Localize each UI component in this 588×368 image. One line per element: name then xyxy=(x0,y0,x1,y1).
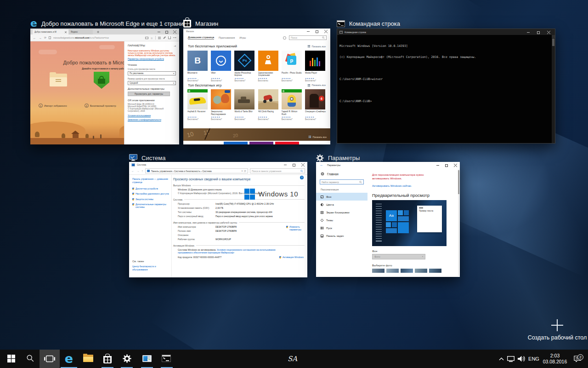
change-settings-link: Изменить параметры xyxy=(286,225,305,231)
sidebar-home-link: Панель управления — домашняя страница xyxy=(132,178,170,184)
edge-window-thumbnail[interactable]: Добро пожаловать в М Яндекс ← → ⟳ micros… xyxy=(30,29,179,144)
product-key: Код продукта: 00327-60000-00000-AA877 xyxy=(178,256,221,259)
forward-icon: → xyxy=(39,36,42,40)
help-icon: ? xyxy=(300,176,304,179)
web-note-icon xyxy=(163,36,165,39)
cmd-window-icon xyxy=(339,31,343,34)
taskbar-system-button[interactable] xyxy=(138,350,156,367)
task-view-button[interactable] xyxy=(40,350,60,368)
scrollbar-thumb xyxy=(458,170,459,194)
close-icon xyxy=(301,163,305,167)
tray-volume-button[interactable] xyxy=(516,350,526,368)
font-size-dropdown: Средний▾ xyxy=(128,81,176,85)
back-icon: ← xyxy=(33,36,36,40)
tray-clock-button[interactable]: 2:03 03.08.2016 xyxy=(541,350,569,368)
window-title: Командная строка xyxy=(345,31,366,34)
divider xyxy=(155,36,156,40)
game-tile-asphalt8: Asphalt 8: На взлет★★★★★Бесплатно* xyxy=(187,89,209,121)
clock-date: 03.08.2016 xyxy=(543,359,567,365)
tray-chevron-button[interactable] xyxy=(497,350,505,368)
system-sidebar: Панель управления — домашняя страница Ди… xyxy=(129,175,171,277)
system-icon xyxy=(142,355,152,362)
taskview-label-store[interactable]: Магазин xyxy=(183,18,218,29)
window-title: Магазин xyxy=(186,30,194,33)
more-icon xyxy=(173,37,176,38)
taskbar-edge-button[interactable]: e xyxy=(60,350,78,367)
system-window-icon xyxy=(131,163,135,167)
preview-menu-strip xyxy=(376,204,382,242)
sidebar-item-themes: Темы xyxy=(316,216,368,224)
system-window-thumbnail[interactable]: Система ← → ↑ Панель управления › Систем… xyxy=(129,162,307,277)
name-row: Имя компьютера:DESKTOP-2783BP8 xyxy=(178,225,305,228)
sidebar-item-device-manager: Диспетчер устройств xyxy=(132,187,170,190)
cmd-window-thumbnail[interactable]: Командная строка Microsoft Windows [Vers… xyxy=(337,29,555,144)
watermark: SA xyxy=(288,355,297,363)
settings-window-thumbnail[interactable]: ← Параметры Главная Найти параметр Персо… xyxy=(316,162,460,277)
taskbar-explorer-button[interactable] xyxy=(79,350,97,367)
taskbar-cmd-button[interactable] xyxy=(157,350,175,367)
view-advanced-button: Просмотреть доп. параметры xyxy=(128,92,170,96)
minimize-icon xyxy=(284,165,287,165)
banner-number: 10 xyxy=(186,130,194,138)
minimize-icon xyxy=(307,31,310,32)
minimize-icon xyxy=(436,165,439,166)
person xyxy=(93,136,94,139)
preview-heading: Предварительный просмотр xyxy=(372,193,454,198)
taskbar-search-button[interactable] xyxy=(21,350,40,367)
language-label: ENG xyxy=(528,356,539,362)
taskbar-settings-button[interactable] xyxy=(118,350,136,367)
soldier-art xyxy=(310,94,319,108)
edge-icon: e xyxy=(30,18,37,29)
uac-shield-icon xyxy=(132,188,134,190)
uac-shield-icon xyxy=(286,226,288,228)
windows-logo-icon xyxy=(7,355,15,362)
system-toolbar: ← → ↑ Панель управления › Система и безо… xyxy=(129,167,307,175)
show-all-apps-link: Показать все xyxy=(308,45,326,48)
store-window-thumbnail[interactable]: Магазин Домашняя страница Приложения Игр… xyxy=(183,29,330,144)
preview-tile xyxy=(386,228,397,233)
photo-thumb xyxy=(386,269,399,273)
action-center-button[interactable]: 2 xyxy=(571,350,583,368)
see-also-heading: См. также xyxy=(132,260,144,263)
url-text: microsoftedgewelcome.microsoft.com/ru-ru… xyxy=(53,37,143,39)
window-title: Параметры xyxy=(327,164,340,167)
taskview-label-settings[interactable]: Параметры xyxy=(316,153,360,163)
start-button[interactable] xyxy=(2,350,20,367)
shield-illustration xyxy=(94,72,109,89)
privacy-link: Заявление о конфиденциальности xyxy=(128,119,176,121)
control-panel-search: Поиск в панели управления xyxy=(250,168,305,173)
minimize-icon xyxy=(527,32,530,33)
taskview-label-cmd[interactable]: Командная строка xyxy=(337,18,400,29)
taskbar: e xyxy=(0,350,588,368)
taskbar-store-button[interactable] xyxy=(98,350,117,367)
banner-number: 20 xyxy=(232,132,238,138)
edge-tab-yandex: Яндекс xyxy=(69,29,93,34)
nav-apps: Приложения xyxy=(219,36,235,39)
spec-row: Установленная память (ОЗУ):2,00 ГБ xyxy=(178,207,305,209)
taskview-label-system[interactable]: Система xyxy=(129,153,165,163)
sidebar-item-system-protection: Защита системы xyxy=(132,198,170,201)
network-icon xyxy=(507,356,514,362)
taskview-label-edge[interactable]: e Добро пожаловать в Microsoft Edge и ещ… xyxy=(30,18,192,29)
cmd-icon xyxy=(337,20,345,27)
house xyxy=(73,134,79,138)
create-desktop-button[interactable]: Создать рабочий стол xyxy=(526,319,588,341)
add-desktop-icon xyxy=(551,319,563,331)
colors-icon xyxy=(321,203,323,206)
refresh-icon: ⟳ xyxy=(44,36,46,39)
maximize-icon xyxy=(316,30,318,33)
store-icon xyxy=(183,20,191,28)
sidebar-item-remote-access: Настройка удаленного доступа xyxy=(132,192,170,195)
sidebar-item-lock-screen: Экран блокировки xyxy=(316,208,368,216)
tray-network-button[interactable] xyxy=(506,350,515,368)
photo-thumb xyxy=(401,269,413,273)
preview-tile xyxy=(392,222,397,227)
window-title: Система xyxy=(137,163,146,166)
control-panel-icon xyxy=(147,170,150,172)
maximize-icon xyxy=(293,164,295,167)
game-tile-hill-climb: Hill Climb Racing★★★★★Бесплатно* xyxy=(258,89,279,121)
favorite-star-icon: ☆ xyxy=(151,36,153,40)
book-icon xyxy=(49,36,51,39)
activation-warning: Для персонализации компьютера нужно акти… xyxy=(372,173,441,181)
tray-language-button[interactable]: ENG xyxy=(527,350,540,368)
